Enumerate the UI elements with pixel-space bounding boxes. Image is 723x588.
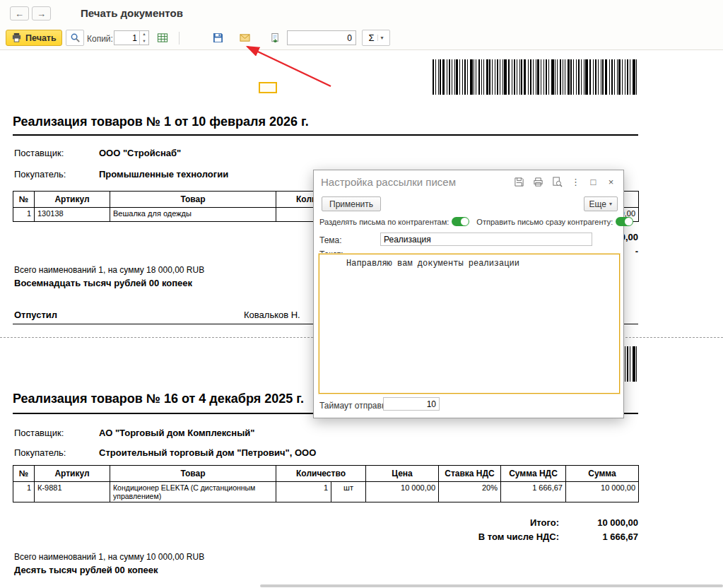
col-product: Товар bbox=[110, 192, 276, 208]
cell-vat-rate: 20% bbox=[439, 482, 501, 502]
dialog-close-button[interactable]: × bbox=[606, 176, 616, 188]
close-icon: × bbox=[609, 177, 614, 187]
released-name: Ковальков Н. bbox=[244, 310, 300, 320]
spin-up-icon[interactable]: ▲ bbox=[140, 31, 148, 38]
copies-stepper[interactable]: ▲ ▼ bbox=[114, 30, 149, 45]
doc1-amount-words: Восемнадцать тысяч рублей 00 копеек bbox=[14, 278, 192, 288]
chevron-down-icon: ▾ bbox=[377, 35, 384, 41]
doc2-summary: Всего наименований 1, на сумму 10 000,00… bbox=[14, 552, 204, 562]
table-settings-button[interactable] bbox=[153, 30, 172, 46]
doc2-items-table: № Артикул Товар Количество Цена Ставка Н… bbox=[13, 465, 639, 502]
title-rule bbox=[13, 134, 638, 136]
col-vat-sum: Сумма НДС bbox=[501, 466, 566, 482]
printer-icon bbox=[11, 33, 22, 43]
supplier-row: Поставщик:ООО "Стройснаб" bbox=[14, 148, 181, 158]
email-settings-dialog: Настройка рассылки писем bbox=[313, 170, 624, 418]
col-num: № bbox=[13, 192, 35, 208]
split-letters-label: Разделять письма по контрагентам: bbox=[319, 218, 449, 226]
dialog-maximize-button[interactable]: □ bbox=[588, 176, 599, 188]
vat-total-label: В том числе НДС: bbox=[478, 531, 559, 542]
col-price: Цена bbox=[366, 466, 439, 482]
timeout-label: Таймаут отправки: bbox=[319, 401, 392, 411]
total-value: 10 000,00 bbox=[559, 516, 638, 530]
send-now-toggle[interactable] bbox=[616, 217, 633, 226]
toggle-knob bbox=[625, 218, 633, 225]
cell-product: Вешалка для одежды bbox=[110, 208, 276, 222]
page-title: Печать документов bbox=[81, 7, 183, 19]
maximize-icon: □ bbox=[591, 177, 596, 187]
cell-qty: 1 bbox=[276, 482, 331, 502]
dialog-print-button[interactable] bbox=[532, 176, 544, 188]
timeout-input[interactable] bbox=[383, 397, 440, 411]
cell-unit: шт bbox=[331, 482, 366, 502]
subject-input[interactable] bbox=[380, 233, 592, 246]
table-row: 1 К-9881 Кондиционер ELEKTA (С дистанцио… bbox=[13, 482, 639, 502]
apply-button[interactable]: Применить bbox=[322, 196, 381, 211]
supplier-label: Поставщик: bbox=[14, 428, 99, 438]
dialog-menu-button[interactable]: ⋮ bbox=[570, 176, 581, 188]
buyer-value: Промышленные технологии bbox=[99, 169, 228, 180]
magnifier-icon bbox=[70, 33, 81, 43]
buyer-label: Покупатель: bbox=[14, 169, 99, 180]
save-icon bbox=[514, 177, 524, 187]
spin-down-icon[interactable]: ▼ bbox=[140, 38, 148, 45]
supplier-label: Поставщик: bbox=[14, 148, 99, 158]
vat-total-value: 1 666,67 bbox=[559, 530, 638, 544]
cell-sum: 10 000,00 bbox=[566, 482, 639, 502]
body-textarea[interactable]: Направляю вам документы реализации bbox=[319, 254, 620, 394]
buyer-value: Строительный торговый дом "Петрович", ОО… bbox=[99, 447, 316, 458]
send-now-label: Отправить письмо сразу контрагенту: bbox=[476, 218, 613, 226]
cell-product: Кондиционер ELEKTA (С дистанционным упра… bbox=[110, 482, 276, 502]
copies-input[interactable] bbox=[114, 31, 139, 45]
horizontal-scrollbar[interactable] bbox=[260, 584, 723, 587]
doc1-summary: Всего наименований 1, на сумму 18 000,00… bbox=[14, 265, 204, 275]
col-product: Товар bbox=[110, 466, 276, 482]
dialog-titlebar[interactable]: Настройка рассылки писем bbox=[314, 170, 623, 193]
more-button-label: Еще bbox=[589, 199, 606, 209]
dialog-title: Настройка рассылки писем bbox=[321, 176, 456, 188]
dialog-preview-button[interactable] bbox=[551, 176, 563, 188]
table-grid-icon bbox=[157, 33, 168, 43]
sigma-icon: Σ bbox=[368, 33, 374, 43]
supplier-value: ООО "Стройснаб" bbox=[99, 148, 181, 158]
split-letters-toggle[interactable] bbox=[452, 217, 469, 226]
col-vat-rate: Ставка НДС bbox=[439, 466, 501, 482]
cell-sku: 130138 bbox=[35, 208, 110, 222]
printer-icon bbox=[533, 177, 543, 187]
print-button[interactable]: Печать bbox=[6, 30, 62, 46]
buyer-row: Покупатель:Промышленные технологии bbox=[14, 169, 228, 180]
copies-spin-arrows[interactable]: ▲ ▼ bbox=[139, 31, 148, 45]
cell-num: 1 bbox=[13, 208, 35, 222]
col-qty: Количество bbox=[276, 466, 366, 482]
toolbar-separator bbox=[179, 32, 180, 45]
diskette-icon bbox=[213, 33, 223, 43]
back-icon: ← bbox=[15, 8, 24, 19]
back-button[interactable]: ← bbox=[10, 6, 29, 20]
total-label: Итого: bbox=[530, 517, 559, 528]
toolbar: Печать Копий: ▲ ▼ bbox=[0, 27, 723, 50]
col-sku: Артикул bbox=[35, 466, 110, 482]
cell-price: 10 000,00 bbox=[366, 482, 439, 502]
col-num: № bbox=[13, 466, 35, 482]
annotation-arrow bbox=[233, 37, 339, 93]
forward-button[interactable]: → bbox=[32, 6, 51, 20]
cell-sku: К-9881 bbox=[35, 482, 110, 502]
toggle-knob bbox=[461, 218, 469, 225]
document-title: Реализация товаров № 1 от 10 февраля 202… bbox=[13, 114, 309, 129]
buyer-row: Покупатель:Строительный торговый дом "Пе… bbox=[14, 447, 316, 458]
buyer-label: Покупатель: bbox=[14, 447, 99, 458]
table-header-row: № Артикул Товар Количество Цена Ставка Н… bbox=[13, 466, 639, 482]
dialog-save-button[interactable] bbox=[513, 176, 525, 188]
col-sku: Артикул bbox=[35, 192, 110, 208]
save-button[interactable] bbox=[208, 30, 227, 46]
supplier-row: Поставщик:АО "Торговый дом Комплексный" bbox=[14, 428, 254, 438]
document-title: Реализация товаров № 16 от 4 декабря 202… bbox=[13, 392, 304, 406]
dialog-toggles-row: Разделять письма по контрагентам: Отправ… bbox=[319, 217, 622, 226]
doc2-amount-words: Десять тысяч рублей 00 копеек bbox=[14, 565, 158, 575]
forward-icon: → bbox=[37, 8, 46, 19]
sum-button[interactable]: Σ ▾ bbox=[362, 30, 390, 46]
cell-num: 1 bbox=[13, 482, 35, 502]
more-button[interactable]: Еще ▾ bbox=[584, 196, 618, 211]
cell-vat-sum: 1 666,67 bbox=[501, 482, 566, 502]
preview-button[interactable] bbox=[66, 30, 84, 46]
